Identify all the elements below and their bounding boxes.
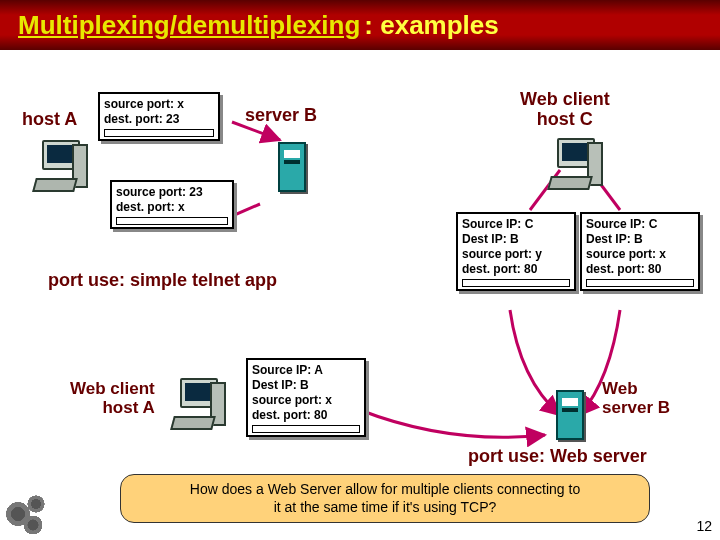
box-line: dest. port: 80: [252, 408, 360, 423]
note-line: How does a Web Server allow for multiple…: [135, 481, 635, 499]
box-line: source port: 23: [116, 185, 228, 200]
title-rest: : examples: [364, 10, 498, 41]
box-line: Dest IP: B: [252, 378, 360, 393]
box-line: source port: x: [586, 247, 694, 262]
label-host-a: host A: [22, 110, 77, 130]
title-underlined: Multiplexing/demultiplexing: [18, 10, 360, 41]
packet-box-a-web: Source IP: A Dest IP: B source port: x d…: [246, 358, 366, 437]
workstation-icon: [545, 138, 603, 190]
page-number: 12: [696, 518, 712, 534]
box-line: source port: x: [104, 97, 214, 112]
server-icon: [278, 142, 306, 192]
label-line: host C: [520, 110, 610, 130]
label-server-b: server B: [245, 106, 317, 126]
label-web-client-c: Web client host C: [520, 90, 610, 130]
box-line: source port: y: [462, 247, 570, 262]
packet-box-hosta-in: source port: 23 dest. port: x: [110, 180, 234, 229]
title-bar: Multiplexing/demultiplexing : examples: [0, 0, 720, 50]
box-line: Source IP: A: [252, 363, 360, 378]
label-line: Web client: [520, 90, 610, 110]
gear-icon: [2, 494, 56, 538]
question-note: How does a Web Server allow for multiple…: [120, 474, 650, 523]
box-line: dest. port: 80: [586, 262, 694, 277]
caption-telnet: port use: simple telnet app: [48, 270, 277, 291]
packet-box-c-left: Source IP: C Dest IP: B source port: y d…: [456, 212, 576, 291]
packet-box-hosta-out: source port: x dest. port: 23: [98, 92, 220, 141]
workstation-icon: [30, 140, 88, 192]
label-line: Web: [602, 380, 670, 399]
workstation-icon: [168, 378, 226, 430]
label-line: host A: [70, 399, 155, 418]
box-line: dest. port: x: [116, 200, 228, 215]
caption-webserver: port use: Web server: [468, 446, 647, 467]
label-web-server-b: Web server B: [602, 380, 670, 417]
note-line: it at the same time if it's using TCP?: [135, 499, 635, 517]
label-web-client-a: Web client host A: [70, 380, 155, 417]
box-line: Source IP: C: [462, 217, 570, 232]
diagram-stage: host A source port: x dest. port: 23 ser…: [0, 50, 720, 540]
box-line: Dest IP: B: [462, 232, 570, 247]
server-icon: [556, 390, 584, 440]
box-line: Dest IP: B: [586, 232, 694, 247]
box-line: dest. port: 80: [462, 262, 570, 277]
label-line: server B: [602, 399, 670, 418]
box-line: Source IP: C: [586, 217, 694, 232]
packet-box-c-right: Source IP: C Dest IP: B source port: x d…: [580, 212, 700, 291]
box-line: dest. port: 23: [104, 112, 214, 127]
box-line: source port: x: [252, 393, 360, 408]
label-line: Web client: [70, 380, 155, 399]
